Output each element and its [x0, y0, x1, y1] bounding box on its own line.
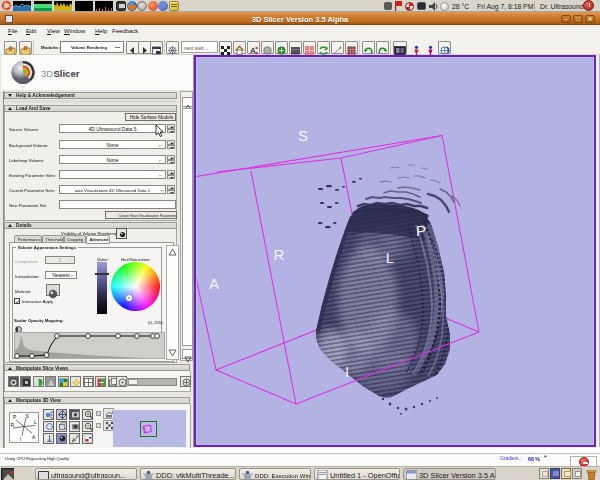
- svg-text:L: L: [34, 419, 37, 425]
- svg-text:S: S: [26, 413, 30, 419]
- svg-text:P: P: [13, 414, 17, 420]
- svg-text:L: L: [386, 249, 394, 266]
- svg-text:Slicer: Slicer: [54, 68, 80, 79]
- svg-text:A: A: [209, 275, 219, 292]
- svg-text:I: I: [20, 436, 21, 442]
- svg-text:3D: 3D: [41, 68, 53, 79]
- svg-text:I: I: [345, 363, 349, 380]
- svg-text:A: A: [32, 434, 36, 440]
- svg-text:P: P: [416, 222, 426, 239]
- svg-text:R: R: [274, 246, 285, 263]
- svg-text:R: R: [11, 422, 15, 428]
- svg-text:A: A: [48, 378, 53, 387]
- svg-text:A: A: [250, 46, 256, 55]
- svg-text:S: S: [298, 127, 308, 144]
